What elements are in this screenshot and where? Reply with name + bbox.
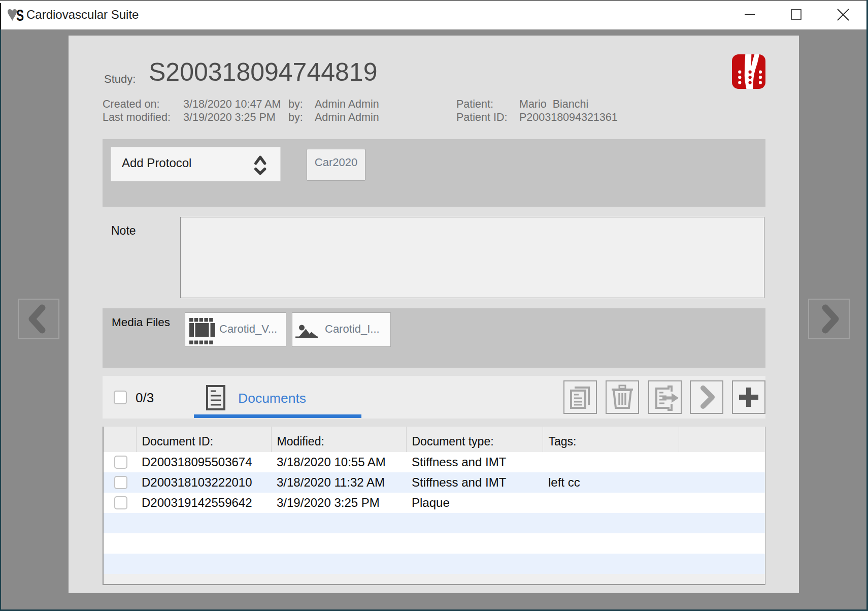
- svg-text:S: S: [16, 9, 24, 21]
